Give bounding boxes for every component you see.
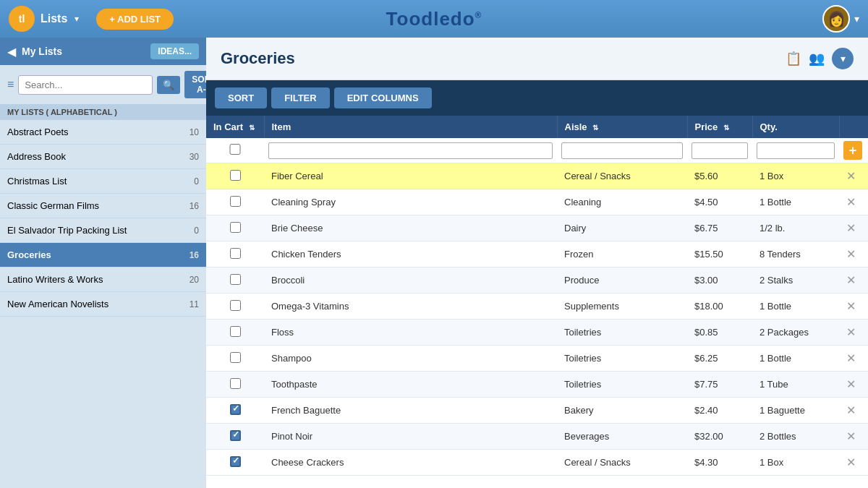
delete-row-button[interactable]: ✕ bbox=[846, 429, 856, 443]
price-cell: $6.75 bbox=[687, 215, 752, 241]
sort-incart-icon[interactable]: ⇅ bbox=[249, 124, 255, 132]
row-checkbox[interactable] bbox=[230, 326, 241, 337]
delete-row-button[interactable]: ✕ bbox=[846, 325, 856, 339]
aisle-cell: Cereal / Snacks bbox=[557, 450, 687, 476]
back-icon[interactable]: ◀ bbox=[7, 45, 16, 59]
aisle-cell: Supplements bbox=[557, 294, 687, 320]
delete-row-button[interactable]: ✕ bbox=[846, 377, 856, 391]
delete-row-button[interactable]: ✕ bbox=[846, 455, 856, 469]
new-item-checkbox[interactable] bbox=[210, 144, 260, 155]
checked-checkbox[interactable] bbox=[230, 430, 241, 441]
user-avatar[interactable]: 👩 bbox=[822, 5, 850, 33]
delete-row-button[interactable]: ✕ bbox=[846, 247, 856, 261]
search-input[interactable] bbox=[18, 75, 153, 95]
sort-price-icon[interactable]: ⇅ bbox=[723, 124, 729, 132]
table-row: Pinot Noir Beverages $32.00 2 Bottles ✕ bbox=[206, 424, 868, 450]
sort-ctrl-button[interactable]: SORT bbox=[215, 87, 267, 108]
delete-row-button[interactable]: ✕ bbox=[846, 273, 856, 287]
sidebar-item-count: 0 bbox=[194, 176, 199, 187]
new-item-name-input[interactable] bbox=[268, 142, 553, 159]
bars-icon[interactable]: ≡ bbox=[7, 78, 14, 91]
qty-value: 8 Tenders bbox=[760, 249, 801, 260]
qty-cell: 1 Baguette bbox=[752, 398, 839, 424]
incart-cell bbox=[206, 189, 264, 215]
delete-row-button[interactable]: ✕ bbox=[846, 195, 856, 209]
th-qty: Qty. bbox=[752, 116, 839, 138]
price-cell: $3.00 bbox=[687, 267, 752, 294]
price-value: $2.40 bbox=[694, 405, 718, 416]
content-dropdown-button[interactable]: ▾ bbox=[832, 48, 854, 69]
users-icon-button[interactable]: 👥 bbox=[809, 51, 825, 67]
aisle-cell: Cereal / Snacks bbox=[557, 163, 687, 189]
checked-checkbox[interactable] bbox=[230, 456, 241, 467]
user-menu-chevron-icon[interactable]: ▾ bbox=[854, 13, 859, 25]
delete-row-button[interactable]: ✕ bbox=[846, 169, 856, 183]
qty-cell: 1 Box bbox=[752, 450, 839, 476]
sidebar-item-latino-writers-&-works[interactable]: Latino Writers & Works20 bbox=[0, 267, 206, 292]
delete-row-button[interactable]: ✕ bbox=[846, 299, 856, 313]
incart-cell bbox=[206, 241, 264, 267]
price-cell: $32.00 bbox=[687, 424, 752, 450]
add-row-button[interactable]: + bbox=[843, 141, 862, 160]
sidebar-item-classic-german-films[interactable]: Classic German Films16 bbox=[0, 194, 206, 218]
copy-icon-button[interactable]: 📋 bbox=[786, 51, 801, 67]
aisle-cell: Dairy bbox=[557, 215, 687, 241]
edit-columns-button[interactable]: EDIT COLUMNS bbox=[334, 87, 432, 108]
table-row: Cheese Crackers Cereal / Snacks $4.30 1 … bbox=[206, 450, 868, 476]
sidebar-item-groceries[interactable]: Groceries16 bbox=[0, 243, 206, 267]
aisle-value: Bakery bbox=[564, 405, 593, 416]
ideas-button[interactable]: IDEAS... bbox=[150, 43, 199, 59]
new-item-price-input[interactable] bbox=[692, 142, 748, 159]
new-item-name-cell bbox=[264, 138, 557, 163]
sidebar-item-christmas-list[interactable]: Christmas List0 bbox=[0, 169, 206, 194]
lists-chevron-icon[interactable]: ▾ bbox=[75, 14, 79, 24]
delete-cell: ✕ bbox=[839, 267, 868, 294]
price-cell: $2.40 bbox=[687, 398, 752, 424]
qty-cell: 8 Tenders bbox=[752, 241, 839, 267]
item-cell: French Baguette bbox=[264, 398, 557, 424]
aisle-value: Toiletries bbox=[564, 353, 601, 364]
aisle-cell: Toiletries bbox=[557, 346, 687, 372]
row-checkbox[interactable] bbox=[230, 274, 241, 285]
delete-row-button[interactable]: ✕ bbox=[846, 351, 856, 365]
th-aisle: Aisle ⇅ bbox=[557, 116, 687, 138]
row-checkbox[interactable] bbox=[230, 170, 241, 181]
new-item-qty-input[interactable] bbox=[757, 142, 835, 159]
item-cell: Shampoo bbox=[264, 346, 557, 372]
sidebar-item-el-salvador-trip-packing-list[interactable]: El Salvador Trip Packing List0 bbox=[0, 218, 206, 243]
checked-checkbox[interactable] bbox=[230, 404, 241, 415]
sidebar-item-new-american-novelists[interactable]: New American Novelists11 bbox=[0, 292, 206, 317]
sidebar-item-abstract-poets[interactable]: Abstract Poets10 bbox=[0, 120, 206, 145]
aisle-value: Frozen bbox=[564, 249, 593, 260]
row-checkbox[interactable] bbox=[230, 196, 241, 207]
table-controls: SORT FILTER EDIT COLUMNS bbox=[206, 80, 868, 116]
aisle-value: Beverages bbox=[564, 431, 609, 442]
delete-row-button[interactable]: ✕ bbox=[846, 403, 856, 417]
groceries-table: In Cart ⇅ Item Aisle ⇅ Price ⇅ bbox=[206, 116, 868, 476]
item-name: Toothpaste bbox=[271, 379, 318, 390]
price-cell: $4.30 bbox=[687, 450, 752, 476]
delete-cell: ✕ bbox=[839, 320, 868, 346]
search-button[interactable]: 🔍 bbox=[157, 76, 180, 94]
sidebar-item-address-book[interactable]: Address Book30 bbox=[0, 145, 206, 169]
delete-row-button[interactable]: ✕ bbox=[846, 221, 856, 235]
row-checkbox[interactable] bbox=[230, 378, 241, 389]
price-value: $32.00 bbox=[694, 431, 723, 442]
filter-ctrl-button[interactable]: FILTER bbox=[271, 87, 330, 108]
aisle-cell: Frozen bbox=[557, 241, 687, 267]
qty-value: 1/2 lb. bbox=[760, 223, 785, 234]
page-title: Groceries bbox=[221, 49, 786, 68]
item-cell: Cheese Crackers bbox=[264, 450, 557, 476]
row-checkbox[interactable] bbox=[230, 248, 241, 259]
add-list-button[interactable]: + ADD LIST bbox=[96, 9, 174, 30]
sidebar-item-label: Groceries bbox=[7, 249, 190, 260]
new-item-aisle-input[interactable] bbox=[561, 142, 683, 159]
price-value: $6.75 bbox=[694, 223, 718, 234]
row-checkbox[interactable] bbox=[230, 300, 241, 311]
table-row: Fiber Cereal Cereal / Snacks $5.60 1 Box… bbox=[206, 163, 868, 189]
table-body: + Fiber Cereal Cereal / Snacks $5.60 1 B… bbox=[206, 138, 868, 476]
sort-aisle-icon[interactable]: ⇅ bbox=[592, 124, 598, 132]
row-checkbox[interactable] bbox=[230, 222, 241, 233]
row-checkbox[interactable] bbox=[230, 352, 241, 363]
delete-cell: ✕ bbox=[839, 189, 868, 215]
